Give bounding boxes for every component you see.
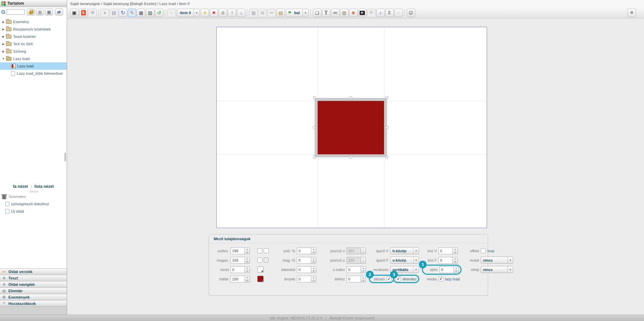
spin-down-icon[interactable]: ▼ <box>453 260 458 263</box>
expand-arrow-icon[interactable]: ▶ <box>1 43 5 46</box>
effect-loop-checkbox[interactable] <box>481 248 486 253</box>
chevron-down-icon[interactable]: ▼ <box>194 9 199 17</box>
sidebar-resize-grip[interactable] <box>64 153 66 161</box>
video-button[interactable]: ▶ <box>358 9 367 17</box>
selected-field[interactable] <box>318 101 384 154</box>
width-pct-input[interactable] <box>297 248 311 254</box>
visible-checkbox[interactable] <box>386 276 391 281</box>
audio-button[interactable]: ♪ <box>376 9 385 17</box>
spin-up-icon[interactable]: ▲ <box>361 267 366 270</box>
tree-item[interactable]: ▼Lazy load <box>0 55 67 62</box>
spin-down-icon[interactable]: ▼ <box>245 260 250 263</box>
refresh-button[interactable]: ↻ <box>119 9 127 17</box>
accordion-hozz-sz-l-sok[interactable]: ❝Hozzászólások <box>0 300 67 307</box>
move-down-button[interactable]: ↓ <box>237 9 245 17</box>
spin-up-icon[interactable]: ▲ <box>453 248 458 251</box>
form-checkbox-button[interactable]: ☑ <box>407 9 415 17</box>
accordion-esem-nyek[interactable]: ⚙Események <box>0 294 67 300</box>
resize-handle[interactable] <box>385 126 388 129</box>
border-color-swatch[interactable] <box>257 266 264 273</box>
canvas[interactable] <box>216 27 487 228</box>
rounding-input[interactable] <box>297 266 311 273</box>
new-item-button[interactable]: ✶ <box>201 9 209 17</box>
media-lazy-load-checkbox[interactable] <box>438 276 443 281</box>
spin-down-icon[interactable]: ▼ <box>311 270 316 273</box>
resize-handle[interactable] <box>385 156 388 159</box>
image-button[interactable]: ▨ <box>146 9 154 17</box>
spin-up-icon[interactable]: ▲ <box>361 276 366 279</box>
paint-button[interactable]: ✎ <box>128 9 136 17</box>
spin-up-icon[interactable]: ▲ <box>245 276 250 279</box>
spacing-input[interactable] <box>346 276 361 282</box>
spin-up-icon[interactable]: ▲ <box>311 248 316 251</box>
palette-button[interactable]: ❀ <box>349 9 358 17</box>
spin-up-icon[interactable]: ▲ <box>454 267 459 270</box>
history-button[interactable]: ↺ <box>155 9 163 17</box>
resize-handle[interactable] <box>313 126 316 129</box>
width-input[interactable] <box>230 248 245 254</box>
tree-item[interactable]: ▶TeX és StiX <box>0 40 67 48</box>
spin-up-icon[interactable]: ▲ <box>453 257 458 260</box>
trash-item[interactable]: szövegmező doksihoz <box>0 200 67 208</box>
spin-up-icon[interactable]: ▲ <box>245 267 250 270</box>
resize-handle[interactable] <box>349 96 352 99</box>
move-up-button[interactable]: ↑ <box>228 9 236 17</box>
accordion-oldal-navig-l-[interactable]: ≡Oldal navigáló <box>0 281 67 287</box>
accordion-oldal-verzi-k[interactable]: ↩Oldal verziók <box>0 268 67 275</box>
splitter-handle[interactable] <box>29 191 38 192</box>
item-select-dropdown[interactable]: item 0▼ <box>177 9 200 17</box>
ellipse-shape-button[interactable]: ◌ <box>394 9 403 17</box>
preview-button[interactable]: ▣ <box>70 9 78 17</box>
chevron-down-icon[interactable]: ▼ <box>303 9 308 17</box>
text-button[interactable]: T <box>322 9 330 17</box>
spin-down-icon[interactable]: ▼ <box>361 270 366 273</box>
spin-down-icon[interactable]: ▼ <box>311 279 316 282</box>
gap-f-input[interactable] <box>438 257 452 264</box>
tree-item[interactable]: Lazy load <box>0 62 67 70</box>
spin-up-icon[interactable]: ▲ <box>311 267 316 270</box>
tree-item[interactable]: ▶Szöveg <box>0 48 67 55</box>
expand-arrow-icon[interactable]: ▶ <box>1 28 5 31</box>
align-v-dropdown[interactable]: h-közép▼ <box>390 247 419 254</box>
selection-frame[interactable] <box>315 98 387 157</box>
formula-button[interactable]: Σ <box>385 9 394 17</box>
tree-item[interactable]: ▶Esemény <box>0 18 67 25</box>
spin-down-icon[interactable]: ▼ <box>245 251 250 254</box>
align-dropdown[interactable]: ⚑bal▼ <box>286 9 308 17</box>
background-input[interactable] <box>230 276 245 282</box>
show-dropdown[interactable]: nincs▼ <box>481 257 513 264</box>
tree-item[interactable]: Lazy load_több felmenővel <box>0 70 67 77</box>
spin-down-icon[interactable]: ▼ <box>361 279 366 282</box>
resize-handle[interactable] <box>313 96 316 99</box>
layout-button[interactable]: ▦ <box>137 9 145 17</box>
height-lock-checkbox[interactable] <box>257 258 262 263</box>
html5-button[interactable]: 5 <box>79 9 88 17</box>
tab-tree-view[interactable]: fa nézet <box>13 184 28 189</box>
expand-arrow-icon[interactable]: ▶ <box>1 50 5 53</box>
accordion-teszt[interactable]: ≡Teszt <box>0 275 67 281</box>
expand-arrow-icon[interactable]: ▶ <box>1 35 5 38</box>
border-input[interactable] <box>230 266 245 273</box>
sync-button[interactable]: ⇄ <box>55 8 63 15</box>
height-pct-input[interactable] <box>297 257 311 264</box>
trash-item[interactable]: Új oldal <box>0 208 67 215</box>
spin-up-icon[interactable]: ▲ <box>245 257 250 260</box>
spin-up-icon[interactable]: ▲ <box>311 276 316 279</box>
collapse-layers-button[interactable]: ≣ <box>219 9 227 17</box>
textfield-button[interactable]: ab| <box>331 9 339 17</box>
framed-image-button[interactable]: ▥ <box>340 9 348 17</box>
spin-down-icon[interactable]: ▼ <box>453 251 458 254</box>
trash-section-header[interactable]: Szemetes <box>0 193 67 200</box>
width-lock-checkbox[interactable] <box>257 248 262 253</box>
width-auto-checkbox[interactable] <box>264 248 269 253</box>
resize-handle[interactable] <box>349 156 352 159</box>
height-input[interactable] <box>230 257 245 264</box>
spin-down-icon[interactable]: ▼ <box>245 279 250 282</box>
resize-handle[interactable] <box>313 156 316 159</box>
preferences-button[interactable]: ▥ <box>36 8 44 15</box>
spin-up-icon[interactable]: ▲ <box>311 257 316 260</box>
z-index-input[interactable] <box>346 266 361 273</box>
align-f-dropdown[interactable]: v-közép▼ <box>390 257 419 264</box>
resize-button[interactable]: ❏ <box>313 9 321 17</box>
close-toolbar-button[interactable]: ✖ <box>628 9 636 17</box>
